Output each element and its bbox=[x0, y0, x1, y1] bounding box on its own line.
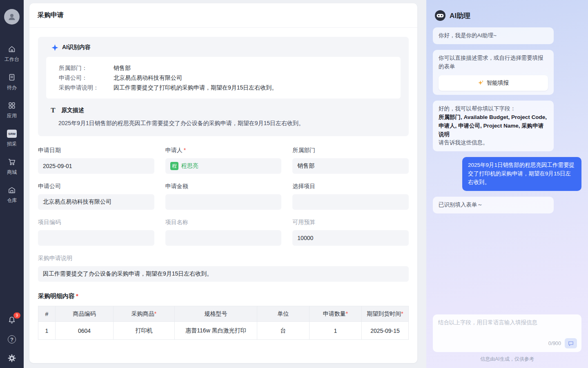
recognition-label: 所属部门： bbox=[59, 63, 114, 73]
sidebar-item-apps[interactable]: 应用 bbox=[0, 101, 24, 119]
gear-icon bbox=[8, 354, 16, 362]
recognition-value: 因工作需要提交了打印机的采购申请，期望在9月15日左右收到。 bbox=[114, 83, 277, 92]
field-project-name: 项目名称 bbox=[165, 219, 282, 246]
message-text: 请告诉我这些信息。 bbox=[439, 139, 548, 147]
sidebar-item-todo[interactable]: 待办 bbox=[0, 73, 24, 91]
col-quantity: 申请数量* bbox=[310, 306, 362, 322]
required-mark: * bbox=[184, 147, 186, 154]
assistant-message-fields: 好的，我可以帮你填以下字段： 所属部门, Available Budget, P… bbox=[433, 101, 554, 152]
field-company: 申请公司 北京易点易动科技有限公司 bbox=[38, 183, 154, 210]
apps-grid-icon bbox=[8, 101, 16, 110]
sidebar-item-mall[interactable]: 商城 bbox=[0, 158, 24, 176]
required-mark: * bbox=[76, 292, 78, 300]
message-text: 你可以直接描述需求，或自行选择需要填报的表单 bbox=[439, 54, 548, 71]
warehouse-icon bbox=[8, 186, 16, 194]
col-product: 采购商品* bbox=[114, 306, 175, 322]
user-avatar[interactable] bbox=[4, 9, 20, 25]
amount-input[interactable] bbox=[165, 194, 282, 210]
project-code-input[interactable] bbox=[38, 230, 154, 246]
detail-section-title: 采购明细内容* bbox=[38, 292, 409, 300]
field-label: 采购申请说明 bbox=[38, 255, 409, 262]
chat-input[interactable] bbox=[438, 319, 576, 339]
purchase-request-card: 采购申请 AI识别内容 所属部门： 销售部 申请公司： bbox=[29, 3, 417, 363]
col-expected-date: 期望到货时间* bbox=[362, 306, 409, 322]
assistant-message-greeting: 你好，我是你的AI助理~ bbox=[433, 27, 554, 44]
sidebar-item-label: 招采 bbox=[7, 141, 17, 148]
col-unit: 单位 bbox=[257, 306, 310, 322]
page-title: 采购申请 bbox=[29, 3, 417, 28]
assistant-message-prompt: 你可以直接描述需求，或自行选择需要填报的表单 智能填报 bbox=[433, 50, 554, 95]
send-icon bbox=[568, 341, 574, 346]
col-spec: 规格型号 bbox=[175, 306, 257, 322]
settings-button[interactable] bbox=[8, 354, 16, 362]
sidebar-item-label: 商城 bbox=[7, 169, 17, 176]
recognition-row: 所属部门： 销售部 bbox=[59, 63, 388, 73]
required-mark: * bbox=[346, 310, 348, 317]
company-input[interactable]: 北京易点易动科技有限公司 bbox=[38, 194, 154, 210]
form-grid: 申请日期 2025-09-01 申请人* 程 程思亮 所属部门 销售部 申请公司 bbox=[38, 147, 409, 246]
recognition-row: 申请公司： 北京易点易动科技有限公司 bbox=[59, 73, 388, 83]
person-icon bbox=[7, 12, 16, 21]
field-description: 采购申请说明 因工作需要提交了办公设备的采购申请，期望在9月15日左右收到。 bbox=[38, 255, 409, 282]
sidebar-item-workbench[interactable]: 工作台 bbox=[0, 45, 24, 63]
cell-product[interactable]: 打印机 bbox=[114, 322, 175, 340]
cell-product-code[interactable]: 0604 bbox=[56, 322, 114, 340]
ai-disclaimer: 信息由AI生成，仅供参考 bbox=[426, 352, 588, 368]
col-index: # bbox=[38, 306, 56, 322]
user-message: 2025年9月1日销售部的程思亮因工作需要提交了打印机的采购申请，期望在9月15… bbox=[462, 157, 581, 191]
send-button[interactable] bbox=[565, 338, 577, 348]
field-label: 所属部门 bbox=[292, 147, 409, 154]
project-select-input[interactable] bbox=[292, 194, 409, 210]
field-label: 申请金额 bbox=[165, 183, 282, 190]
cart-icon bbox=[8, 158, 16, 166]
sidebar-item-label: 工作台 bbox=[4, 56, 19, 63]
department-input[interactable]: 销售部 bbox=[292, 158, 409, 174]
required-mark: * bbox=[401, 310, 403, 317]
sidebar-item-label: 仓库 bbox=[7, 197, 17, 204]
smart-fill-button[interactable]: 智能填报 bbox=[439, 75, 548, 91]
cell-expected-date[interactable]: 2025-09-15 bbox=[362, 322, 409, 340]
recognition-value: 北京易点易动科技有限公司 bbox=[114, 73, 182, 83]
sidebar-bottom-cluster: 9 ? bbox=[0, 316, 24, 362]
budget-input[interactable]: 10000 bbox=[292, 230, 409, 246]
main-content: 采购申请 AI识别内容 所属部门： 销售部 申请公司： bbox=[24, 0, 426, 368]
robot-icon bbox=[435, 10, 445, 21]
original-text: 2025年9月1日销售部的程思亮因工作需要提交了办公设备的采购申请，期望在9月1… bbox=[46, 120, 401, 127]
field-apply-date: 申请日期 2025-09-01 bbox=[38, 147, 154, 174]
recognition-value: 销售部 bbox=[114, 63, 131, 73]
recognition-label: 采购申请说明： bbox=[59, 83, 114, 92]
field-label: 申请日期 bbox=[38, 147, 154, 154]
sidebar-item-label: 应用 bbox=[7, 112, 17, 119]
cell-quantity[interactable]: 1 bbox=[310, 322, 362, 340]
message-text: 好的，我可以帮你填以下字段： bbox=[439, 105, 548, 113]
applicant-input[interactable]: 程 程思亮 bbox=[165, 158, 282, 174]
apply-date-input[interactable]: 2025-09-01 bbox=[38, 158, 154, 174]
clipboard-icon bbox=[8, 73, 16, 81]
field-department: 所属部门 销售部 bbox=[292, 147, 409, 174]
field-budget: 可用预算 10000 bbox=[292, 219, 409, 246]
notification-badge: 9 bbox=[13, 312, 20, 319]
table-row: 1 0604 打印机 惠普116w 黑白激光打印 台 1 2025-09-15 bbox=[38, 322, 409, 340]
original-text-title: 原文描述 bbox=[61, 107, 84, 114]
app-sidebar: 工作台 待办 应用 SRM 招采 商城 仓库 9 bbox=[0, 0, 24, 368]
fields-list: 所属部门, Available Budget, Project Code, 申请… bbox=[439, 113, 548, 139]
applicant-name: 程思亮 bbox=[181, 162, 198, 170]
sparkle-icon bbox=[478, 80, 484, 86]
ai-recognition-panel: AI识别内容 所属部门： 销售部 申请公司： 北京易点易动科技有限公司 采购申请… bbox=[38, 37, 409, 136]
cell-unit[interactable]: 台 bbox=[257, 322, 310, 340]
field-label: 项目编码 bbox=[38, 219, 154, 226]
sidebar-item-warehouse[interactable]: 仓库 bbox=[0, 186, 24, 204]
cell-spec[interactable]: 惠普116w 黑白激光打印 bbox=[175, 322, 257, 340]
description-input[interactable]: 因工作需要提交了办公设备的采购申请，期望在9月15日左右收到。 bbox=[38, 266, 409, 282]
field-amount: 申请金额 bbox=[165, 183, 282, 210]
applicant-avatar: 程 bbox=[170, 162, 178, 170]
field-applicant: 申请人* 程 程思亮 bbox=[165, 147, 282, 174]
smart-fill-label: 智能填报 bbox=[487, 79, 509, 87]
ai-recognition-result: 所属部门： 销售部 申请公司： 北京易点易动科技有限公司 采购申请说明： 因工作… bbox=[46, 57, 401, 99]
project-name-input[interactable] bbox=[165, 230, 282, 246]
help-button[interactable]: ? bbox=[8, 335, 16, 343]
assistant-message-confirmation: 已识别填入表单～ bbox=[433, 197, 554, 213]
sidebar-item-srm[interactable]: SRM 招采 bbox=[0, 130, 24, 148]
notifications-button[interactable]: 9 bbox=[7, 316, 16, 325]
question-icon: ? bbox=[10, 337, 13, 343]
